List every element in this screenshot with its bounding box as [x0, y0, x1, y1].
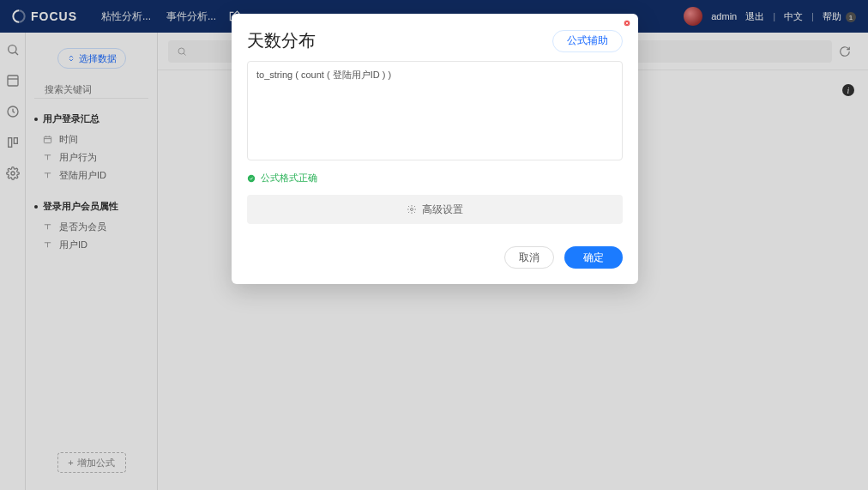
gear-icon: [407, 204, 417, 215]
advanced-settings-button[interactable]: 高级设置: [247, 195, 623, 224]
cancel-button[interactable]: 取消: [504, 246, 554, 269]
svg-point-10: [248, 174, 255, 181]
modal-title: 天数分布: [247, 29, 316, 52]
formula-valid-status: 公式格式正确: [247, 172, 623, 185]
formula-assist-button[interactable]: 公式辅助: [552, 30, 623, 52]
formula-input[interactable]: [247, 61, 623, 160]
svg-point-11: [411, 209, 413, 211]
confirm-button[interactable]: 确定: [564, 246, 623, 269]
close-icon[interactable]: [623, 19, 631, 27]
check-circle-icon: [247, 174, 256, 183]
formula-modal: 天数分布 公式辅助 公式格式正确 高级设置 取消 确定: [232, 14, 638, 284]
